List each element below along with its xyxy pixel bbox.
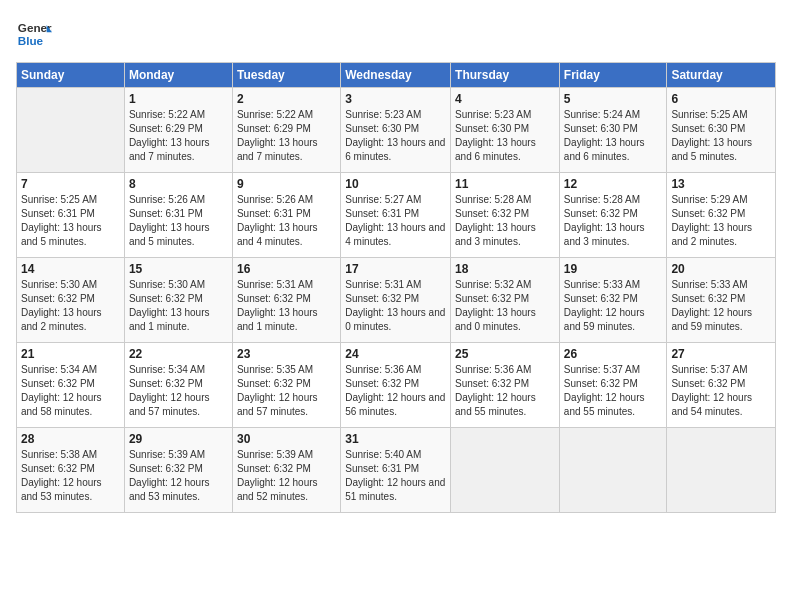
weekday-header-cell: Monday (124, 63, 232, 88)
day-number: 14 (21, 262, 120, 276)
day-number: 1 (129, 92, 228, 106)
day-number: 25 (455, 347, 555, 361)
page-header: General Blue (16, 16, 776, 52)
day-info: Sunrise: 5:33 AMSunset: 6:32 PMDaylight:… (671, 278, 771, 334)
day-info: Sunrise: 5:32 AMSunset: 6:32 PMDaylight:… (455, 278, 555, 334)
calendar-cell: 26Sunrise: 5:37 AMSunset: 6:32 PMDayligh… (559, 343, 667, 428)
day-number: 31 (345, 432, 446, 446)
day-info: Sunrise: 5:27 AMSunset: 6:31 PMDaylight:… (345, 193, 446, 249)
weekday-header-cell: Friday (559, 63, 667, 88)
calendar-cell: 8Sunrise: 5:26 AMSunset: 6:31 PMDaylight… (124, 173, 232, 258)
calendar-cell: 21Sunrise: 5:34 AMSunset: 6:32 PMDayligh… (17, 343, 125, 428)
day-info: Sunrise: 5:31 AMSunset: 6:32 PMDaylight:… (345, 278, 446, 334)
day-info: Sunrise: 5:34 AMSunset: 6:32 PMDaylight:… (129, 363, 228, 419)
day-info: Sunrise: 5:40 AMSunset: 6:31 PMDaylight:… (345, 448, 446, 504)
day-number: 26 (564, 347, 663, 361)
calendar-cell: 1Sunrise: 5:22 AMSunset: 6:29 PMDaylight… (124, 88, 232, 173)
day-number: 28 (21, 432, 120, 446)
day-number: 15 (129, 262, 228, 276)
calendar-week-row: 14Sunrise: 5:30 AMSunset: 6:32 PMDayligh… (17, 258, 776, 343)
calendar-cell: 6Sunrise: 5:25 AMSunset: 6:30 PMDaylight… (667, 88, 776, 173)
day-number: 22 (129, 347, 228, 361)
day-info: Sunrise: 5:23 AMSunset: 6:30 PMDaylight:… (345, 108, 446, 164)
day-number: 16 (237, 262, 336, 276)
day-info: Sunrise: 5:25 AMSunset: 6:31 PMDaylight:… (21, 193, 120, 249)
day-info: Sunrise: 5:31 AMSunset: 6:32 PMDaylight:… (237, 278, 336, 334)
calendar-table: SundayMondayTuesdayWednesdayThursdayFrid… (16, 62, 776, 513)
weekday-header-cell: Saturday (667, 63, 776, 88)
weekday-header-cell: Thursday (451, 63, 560, 88)
calendar-cell: 4Sunrise: 5:23 AMSunset: 6:30 PMDaylight… (451, 88, 560, 173)
day-number: 6 (671, 92, 771, 106)
calendar-week-row: 28Sunrise: 5:38 AMSunset: 6:32 PMDayligh… (17, 428, 776, 513)
day-number: 3 (345, 92, 446, 106)
day-info: Sunrise: 5:24 AMSunset: 6:30 PMDaylight:… (564, 108, 663, 164)
calendar-cell: 22Sunrise: 5:34 AMSunset: 6:32 PMDayligh… (124, 343, 232, 428)
day-number: 12 (564, 177, 663, 191)
day-info: Sunrise: 5:38 AMSunset: 6:32 PMDaylight:… (21, 448, 120, 504)
day-info: Sunrise: 5:29 AMSunset: 6:32 PMDaylight:… (671, 193, 771, 249)
calendar-cell: 2Sunrise: 5:22 AMSunset: 6:29 PMDaylight… (232, 88, 340, 173)
day-info: Sunrise: 5:23 AMSunset: 6:30 PMDaylight:… (455, 108, 555, 164)
weekday-header-cell: Sunday (17, 63, 125, 88)
day-info: Sunrise: 5:26 AMSunset: 6:31 PMDaylight:… (237, 193, 336, 249)
calendar-cell (17, 88, 125, 173)
day-info: Sunrise: 5:36 AMSunset: 6:32 PMDaylight:… (345, 363, 446, 419)
day-number: 17 (345, 262, 446, 276)
day-number: 24 (345, 347, 446, 361)
day-number: 21 (21, 347, 120, 361)
weekday-header-row: SundayMondayTuesdayWednesdayThursdayFrid… (17, 63, 776, 88)
calendar-cell (451, 428, 560, 513)
day-number: 7 (21, 177, 120, 191)
day-number: 9 (237, 177, 336, 191)
calendar-cell: 18Sunrise: 5:32 AMSunset: 6:32 PMDayligh… (451, 258, 560, 343)
day-number: 2 (237, 92, 336, 106)
day-info: Sunrise: 5:35 AMSunset: 6:32 PMDaylight:… (237, 363, 336, 419)
svg-text:Blue: Blue (18, 34, 44, 47)
calendar-cell: 25Sunrise: 5:36 AMSunset: 6:32 PMDayligh… (451, 343, 560, 428)
logo-icon: General Blue (16, 16, 52, 52)
calendar-cell: 7Sunrise: 5:25 AMSunset: 6:31 PMDaylight… (17, 173, 125, 258)
day-number: 11 (455, 177, 555, 191)
day-number: 13 (671, 177, 771, 191)
calendar-cell: 19Sunrise: 5:33 AMSunset: 6:32 PMDayligh… (559, 258, 667, 343)
calendar-cell: 14Sunrise: 5:30 AMSunset: 6:32 PMDayligh… (17, 258, 125, 343)
day-info: Sunrise: 5:28 AMSunset: 6:32 PMDaylight:… (455, 193, 555, 249)
day-info: Sunrise: 5:37 AMSunset: 6:32 PMDaylight:… (564, 363, 663, 419)
day-number: 4 (455, 92, 555, 106)
day-info: Sunrise: 5:34 AMSunset: 6:32 PMDaylight:… (21, 363, 120, 419)
day-info: Sunrise: 5:25 AMSunset: 6:30 PMDaylight:… (671, 108, 771, 164)
calendar-cell: 12Sunrise: 5:28 AMSunset: 6:32 PMDayligh… (559, 173, 667, 258)
calendar-week-row: 7Sunrise: 5:25 AMSunset: 6:31 PMDaylight… (17, 173, 776, 258)
calendar-cell (667, 428, 776, 513)
calendar-cell: 13Sunrise: 5:29 AMSunset: 6:32 PMDayligh… (667, 173, 776, 258)
day-info: Sunrise: 5:22 AMSunset: 6:29 PMDaylight:… (129, 108, 228, 164)
weekday-header-cell: Tuesday (232, 63, 340, 88)
day-info: Sunrise: 5:30 AMSunset: 6:32 PMDaylight:… (129, 278, 228, 334)
calendar-week-row: 1Sunrise: 5:22 AMSunset: 6:29 PMDaylight… (17, 88, 776, 173)
calendar-cell: 10Sunrise: 5:27 AMSunset: 6:31 PMDayligh… (341, 173, 451, 258)
day-number: 30 (237, 432, 336, 446)
day-info: Sunrise: 5:33 AMSunset: 6:32 PMDaylight:… (564, 278, 663, 334)
day-info: Sunrise: 5:37 AMSunset: 6:32 PMDaylight:… (671, 363, 771, 419)
calendar-cell: 11Sunrise: 5:28 AMSunset: 6:32 PMDayligh… (451, 173, 560, 258)
day-info: Sunrise: 5:26 AMSunset: 6:31 PMDaylight:… (129, 193, 228, 249)
day-number: 20 (671, 262, 771, 276)
calendar-week-row: 21Sunrise: 5:34 AMSunset: 6:32 PMDayligh… (17, 343, 776, 428)
day-info: Sunrise: 5:30 AMSunset: 6:32 PMDaylight:… (21, 278, 120, 334)
calendar-cell (559, 428, 667, 513)
calendar-cell: 17Sunrise: 5:31 AMSunset: 6:32 PMDayligh… (341, 258, 451, 343)
calendar-cell: 23Sunrise: 5:35 AMSunset: 6:32 PMDayligh… (232, 343, 340, 428)
calendar-cell: 9Sunrise: 5:26 AMSunset: 6:31 PMDaylight… (232, 173, 340, 258)
calendar-cell: 27Sunrise: 5:37 AMSunset: 6:32 PMDayligh… (667, 343, 776, 428)
day-number: 29 (129, 432, 228, 446)
day-info: Sunrise: 5:39 AMSunset: 6:32 PMDaylight:… (129, 448, 228, 504)
day-number: 27 (671, 347, 771, 361)
calendar-cell: 29Sunrise: 5:39 AMSunset: 6:32 PMDayligh… (124, 428, 232, 513)
day-info: Sunrise: 5:28 AMSunset: 6:32 PMDaylight:… (564, 193, 663, 249)
calendar-cell: 20Sunrise: 5:33 AMSunset: 6:32 PMDayligh… (667, 258, 776, 343)
calendar-cell: 24Sunrise: 5:36 AMSunset: 6:32 PMDayligh… (341, 343, 451, 428)
calendar-cell: 3Sunrise: 5:23 AMSunset: 6:30 PMDaylight… (341, 88, 451, 173)
day-info: Sunrise: 5:22 AMSunset: 6:29 PMDaylight:… (237, 108, 336, 164)
calendar-cell: 15Sunrise: 5:30 AMSunset: 6:32 PMDayligh… (124, 258, 232, 343)
